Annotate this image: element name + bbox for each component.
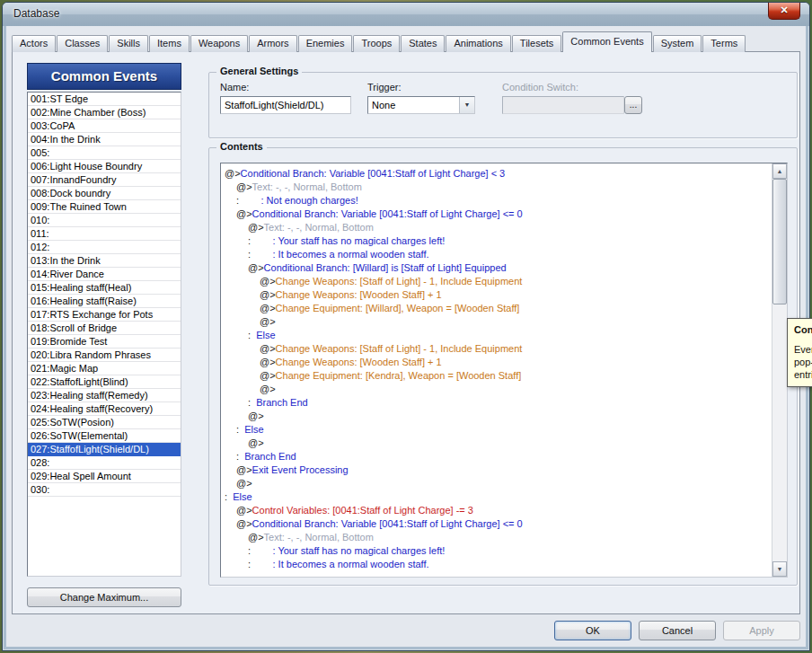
common-event-list-item[interactable]: 022:StaffofLight(Blind) — [28, 375, 181, 389]
cancel-button[interactable]: Cancel — [639, 621, 716, 640]
scrollbar-track[interactable] — [772, 179, 787, 561]
tab-terms[interactable]: Terms — [702, 35, 746, 52]
common-event-list-item[interactable]: 017:RTS Exchange for Pots — [28, 308, 181, 322]
common-event-list-item[interactable]: 009:The Ruined Town — [28, 200, 181, 214]
condition-switch-browse-button[interactable]: ... — [624, 96, 642, 114]
database-window: Database ✕ ActorsClassesSkillsItemsWeapo… — [2, 2, 810, 651]
event-commands-list[interactable]: @>Conditional Branch: Variable [0041:Sta… — [220, 163, 788, 578]
event-command-line[interactable]: @>Exit Event Processing — [221, 463, 772, 477]
contents-scrollbar[interactable]: ▲ ▼ — [772, 163, 787, 577]
tab-enemies[interactable]: Enemies — [298, 35, 353, 52]
common-event-list-item[interactable]: 019:Bromide Test — [28, 335, 181, 349]
command-text: : It becomes a normal wooden staff. — [251, 559, 429, 569]
common-event-list-item[interactable]: 007:InnandFoundry — [28, 173, 181, 187]
tab-items[interactable]: Items — [149, 35, 190, 52]
common-event-list-item[interactable]: 002:Mine Chamber (Boss) — [28, 106, 181, 119]
command-marker: @> — [260, 303, 276, 313]
tab-tilesets[interactable]: Tilesets — [512, 35, 562, 52]
event-command-line[interactable]: @> — [221, 437, 772, 450]
common-event-list-item[interactable]: 024:Healing staff(Recovery) — [28, 402, 181, 416]
chevron-down-icon[interactable]: ▼ — [459, 97, 474, 113]
event-command-line[interactable]: @>Conditional Branch: [Willard] is [Staf… — [221, 261, 772, 275]
common-events-list[interactable]: 001:ST Edge002:Mine Chamber (Boss)003:Co… — [27, 92, 181, 577]
command-marker: @> — [236, 478, 252, 489]
event-command-line[interactable]: : Branch End — [221, 396, 772, 410]
common-event-list-item[interactable]: 029:Heal Spell Amount — [28, 470, 181, 483]
trigger-select[interactable]: None ▼ — [367, 96, 475, 114]
common-event-list-item[interactable]: 004:In the Drink — [28, 133, 181, 146]
common-event-list-item[interactable]: 012: — [28, 241, 181, 254]
tab-animations[interactable]: Animations — [446, 35, 510, 52]
event-command-line[interactable]: : Else — [221, 490, 772, 504]
common-event-list-item[interactable]: 003:CoPA — [28, 119, 181, 133]
name-input[interactable] — [220, 96, 351, 114]
event-command-line[interactable]: : Branch End — [221, 450, 772, 463]
scroll-up-button[interactable]: ▲ — [772, 163, 787, 179]
event-command-line[interactable]: @>Conditional Branch: Variable [0041:Sta… — [221, 207, 772, 221]
event-command-line[interactable]: @>Change Equipment: [Willard], Weapon = … — [221, 302, 772, 315]
common-event-list-item[interactable]: 008:Dock boundry — [28, 187, 181, 200]
apply-button[interactable]: Apply — [723, 621, 800, 640]
close-icon: ✕ — [780, 4, 788, 15]
scrollbar-thumb[interactable] — [772, 179, 787, 304]
event-command-line[interactable]: : : It becomes a normal wooden staff. — [221, 558, 772, 571]
tooltip-title: Cont — [794, 324, 812, 335]
common-event-list-item[interactable]: 013:In the Drink — [28, 254, 181, 268]
tab-system[interactable]: System — [653, 35, 702, 52]
event-command-line[interactable]: @> — [221, 315, 772, 329]
common-event-list-item[interactable]: 006:Light House Boundry — [28, 160, 181, 173]
common-event-list-item[interactable]: 023:Healing staff(Remedy) — [28, 389, 181, 402]
change-maximum-button[interactable]: Change Maximum... — [27, 587, 181, 607]
command-marker: @> — [236, 518, 252, 529]
common-event-list-item[interactable]: 021:Magic Map — [28, 362, 181, 375]
event-command-line[interactable]: @>Change Weapons: [Staff of Light] - 1, … — [221, 275, 772, 288]
event-command-line[interactable]: @>Change Weapons: [Staff of Light] - 1, … — [221, 342, 772, 356]
tab-armors[interactable]: Armors — [249, 35, 296, 52]
tab-actors[interactable]: Actors — [12, 35, 56, 52]
close-button[interactable]: ✕ — [768, 3, 800, 20]
common-event-list-item[interactable]: 018:Scroll of Bridge — [28, 322, 181, 335]
common-event-list-item[interactable]: 015:Healing staff(Heal) — [28, 281, 181, 295]
event-command-line[interactable]: @>Text: -, -, Normal, Bottom — [221, 221, 772, 234]
tab-weapons[interactable]: Weapons — [190, 35, 248, 52]
event-command-line[interactable]: : Else — [221, 329, 772, 342]
scroll-down-button[interactable]: ▼ — [772, 561, 787, 577]
tab-classes[interactable]: Classes — [57, 35, 108, 52]
event-command-line[interactable]: : : Not enough charges! — [221, 194, 772, 207]
condition-switch-input — [502, 96, 624, 114]
common-event-list-item[interactable]: 011: — [28, 227, 181, 241]
common-event-list-item[interactable]: 001:ST Edge — [28, 93, 181, 106]
common-event-list-item[interactable]: 014:River Dance — [28, 268, 181, 281]
event-command-line[interactable]: @>Conditional Branch: Variable [0041:Sta… — [221, 167, 772, 181]
command-marker: @> — [248, 410, 264, 421]
event-command-line[interactable]: @>Conditional Branch: Variable [0041:Sta… — [221, 517, 772, 531]
common-event-list-item[interactable]: 010: — [28, 214, 181, 227]
event-command-line[interactable]: @> — [221, 410, 772, 423]
common-event-list-item[interactable]: 005: — [28, 146, 181, 160]
event-command-line[interactable]: @> — [221, 383, 772, 396]
event-command-line[interactable]: : Else — [221, 423, 772, 437]
event-command-line[interactable]: @>Change Weapons: [Wooden Staff] + 1 — [221, 288, 772, 302]
common-event-list-item[interactable]: 030: — [28, 483, 181, 497]
event-command-line[interactable]: : : Your staff has no magical charges le… — [221, 234, 772, 248]
event-command-line[interactable]: @>Control Variables: [0041:Staff of Ligh… — [221, 504, 772, 517]
event-command-line[interactable]: @>Text: -, -, Normal, Bottom — [221, 181, 772, 194]
tab-common-events[interactable]: Common Events — [562, 31, 651, 52]
tab-troops[interactable]: Troops — [353, 35, 400, 52]
titlebar[interactable]: Database ✕ — [3, 3, 809, 26]
tab-skills[interactable]: Skills — [109, 35, 148, 52]
event-command-line[interactable]: : : It becomes a normal wooden staff. — [221, 248, 772, 261]
common-event-list-item[interactable]: 028: — [28, 456, 181, 470]
event-command-line[interactable]: @>Change Equipment: [Kendra], Weapon = [… — [221, 369, 772, 383]
common-event-list-item[interactable]: 025:SoTW(Posion) — [28, 416, 181, 429]
tab-states[interactable]: States — [401, 35, 445, 52]
ok-button[interactable]: OK — [554, 621, 631, 640]
event-command-line[interactable]: @>Text: -, -, Normal, Bottom — [221, 531, 772, 544]
event-command-line[interactable]: : : Your staff has no magical charges le… — [221, 544, 772, 558]
common-event-list-item[interactable]: 016:Healing staff(Raise) — [28, 295, 181, 308]
common-event-list-item[interactable]: 027:StaffofLight(Shield/DL) — [28, 443, 181, 456]
common-event-list-item[interactable]: 020:Libra Random Phrases — [28, 349, 181, 362]
event-command-line[interactable]: @> — [221, 477, 772, 490]
event-command-line[interactable]: @>Change Weapons: [Wooden Staff] + 1 — [221, 356, 772, 369]
common-event-list-item[interactable]: 026:SoTW(Elemental) — [28, 429, 181, 443]
